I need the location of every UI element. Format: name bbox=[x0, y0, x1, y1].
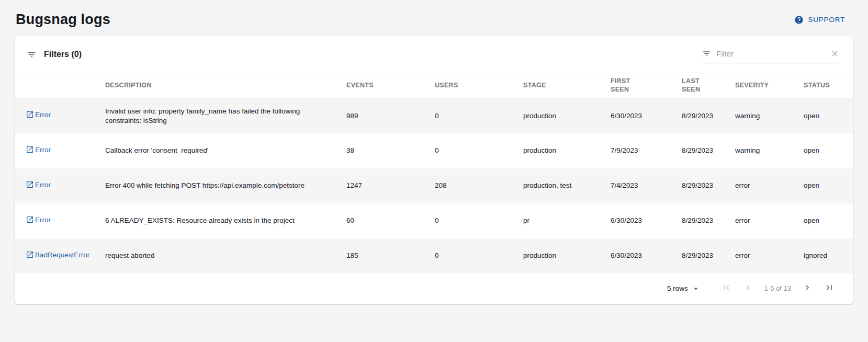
last-seen-cell: 8/29/2023 bbox=[682, 133, 735, 168]
severity-cell: error bbox=[735, 168, 804, 203]
status-cell: open bbox=[804, 133, 853, 168]
severity-cell: warning bbox=[735, 133, 804, 168]
open-in-new-icon bbox=[26, 180, 34, 191]
status-cell: open bbox=[804, 98, 853, 133]
rows-per-page-label: 5 rows bbox=[667, 284, 688, 292]
col-last-seen: LASTSEEN bbox=[682, 73, 735, 98]
table-row: Error Error 400 while fetching POST http… bbox=[15, 168, 853, 203]
first-seen-cell: 6/30/2023 bbox=[611, 98, 682, 133]
filter-input[interactable] bbox=[716, 49, 825, 58]
events-cell: 185 bbox=[346, 238, 435, 273]
description-cell: Invalid user info: property family_name … bbox=[105, 98, 346, 133]
help-icon bbox=[794, 15, 804, 25]
users-cell: 0 bbox=[435, 203, 523, 238]
description-cell: Callback error 'consent_required' bbox=[105, 133, 346, 168]
status-cell: open bbox=[804, 203, 853, 238]
table-row: BadRequestError request aborted 185 0 pr… bbox=[15, 238, 853, 273]
stage-cell: production, test bbox=[523, 168, 611, 203]
col-severity: SEVERITY bbox=[735, 73, 804, 98]
events-cell: 38 bbox=[346, 133, 435, 168]
chevron-right-icon bbox=[802, 282, 813, 294]
first-seen-cell: 6/30/2023 bbox=[611, 203, 682, 238]
first-seen-cell: 7/4/2023 bbox=[611, 168, 682, 203]
filter-list-icon bbox=[27, 50, 37, 60]
filters-label: Filters (0) bbox=[44, 50, 82, 59]
last-seen-cell: 8/29/2023 bbox=[682, 168, 735, 203]
error-link[interactable]: Error bbox=[26, 181, 51, 189]
col-events: EVENTS bbox=[346, 73, 435, 98]
rows-per-page-select[interactable]: 5 rows bbox=[667, 284, 701, 293]
first-seen-cell: 6/30/2023 bbox=[611, 238, 682, 273]
open-in-new-icon bbox=[26, 250, 34, 261]
error-link[interactable]: Error bbox=[26, 216, 51, 224]
last-seen-cell: 8/29/2023 bbox=[682, 203, 735, 238]
severity-cell: error bbox=[735, 238, 804, 273]
clear-filter-icon[interactable] bbox=[830, 49, 839, 58]
description-cell: Error 400 while fetching POST https://ap… bbox=[105, 168, 346, 203]
first-page-button[interactable] bbox=[721, 282, 731, 294]
filter-bar: Filters (0) bbox=[15, 36, 853, 73]
filter-field bbox=[701, 45, 840, 63]
last-seen-cell: 8/29/2023 bbox=[682, 98, 735, 133]
col-users: USERS bbox=[435, 73, 523, 98]
open-in-new-icon bbox=[26, 215, 34, 226]
severity-cell: warning bbox=[735, 98, 804, 133]
last-page-button[interactable] bbox=[824, 282, 835, 294]
users-cell: 0 bbox=[435, 238, 523, 273]
col-status: STATUS bbox=[804, 73, 853, 98]
first-seen-cell: 7/9/2023 bbox=[611, 133, 682, 168]
page-header: Bugsnag logs SUPPORT bbox=[0, 0, 868, 36]
description-cell: request aborted bbox=[105, 238, 346, 273]
pagination-bar: 5 rows 1-5 of 13 bbox=[15, 273, 853, 304]
support-label: SUPPORT bbox=[808, 16, 845, 24]
stage-cell: production bbox=[523, 98, 611, 133]
col-stage: STAGE bbox=[523, 73, 611, 98]
users-cell: 0 bbox=[435, 133, 523, 168]
next-page-button[interactable] bbox=[802, 282, 813, 294]
users-cell: 208 bbox=[435, 168, 523, 203]
stage-cell: production bbox=[523, 133, 611, 168]
dropdown-arrow-icon bbox=[691, 284, 701, 293]
filter-input-icon bbox=[702, 49, 711, 58]
stage-cell: pr bbox=[523, 203, 611, 238]
previous-page-button[interactable] bbox=[743, 282, 753, 294]
chevron-left-icon bbox=[743, 282, 753, 294]
last-page-icon bbox=[824, 282, 835, 294]
table-row: Error Invalid user info: property family… bbox=[15, 98, 853, 133]
col-link bbox=[15, 73, 105, 98]
events-cell: 989 bbox=[346, 98, 435, 133]
error-link[interactable]: BadRequestError bbox=[26, 251, 89, 259]
filters-toggle-button[interactable]: Filters (0) bbox=[27, 50, 82, 60]
error-link-label: BadRequestError bbox=[35, 251, 89, 259]
table-row: Error 6 ALREADY_EXISTS: Resource already… bbox=[15, 203, 853, 238]
error-link[interactable]: Error bbox=[26, 111, 51, 119]
page-title: Bugsnag logs bbox=[16, 12, 110, 28]
error-link[interactable]: Error bbox=[26, 146, 51, 154]
table-row: Error Callback error 'consent_required' … bbox=[15, 133, 853, 168]
severity-cell: error bbox=[735, 203, 804, 238]
open-in-new-icon bbox=[26, 145, 34, 156]
col-description: DESCRIPTION bbox=[105, 73, 346, 98]
description-cell: 6 ALREADY_EXISTS: Resource already exist… bbox=[105, 203, 346, 238]
users-cell: 0 bbox=[435, 98, 523, 133]
open-in-new-icon bbox=[26, 110, 34, 121]
col-first-seen: FIRSTSEEN bbox=[611, 73, 682, 98]
stage-cell: production bbox=[523, 238, 611, 273]
error-link-label: Error bbox=[35, 111, 51, 119]
events-cell: 60 bbox=[346, 203, 435, 238]
page-range-label: 1-5 of 13 bbox=[764, 284, 791, 292]
last-seen-cell: 8/29/2023 bbox=[682, 238, 735, 273]
error-link-label: Error bbox=[35, 146, 51, 154]
status-cell: ignored bbox=[804, 238, 853, 273]
table-header-row: DESCRIPTION EVENTS USERS STAGE FIRSTSEEN… bbox=[15, 73, 853, 98]
first-page-icon bbox=[721, 282, 731, 294]
logs-card: Filters (0) DESCRIPTION EVENTS USERS STA… bbox=[15, 36, 853, 304]
status-cell: open bbox=[804, 168, 853, 203]
events-cell: 1247 bbox=[346, 168, 435, 203]
logs-table: DESCRIPTION EVENTS USERS STAGE FIRSTSEEN… bbox=[15, 73, 853, 273]
error-link-label: Error bbox=[35, 216, 51, 224]
support-button[interactable]: SUPPORT bbox=[794, 15, 845, 25]
error-link-label: Error bbox=[35, 181, 51, 189]
